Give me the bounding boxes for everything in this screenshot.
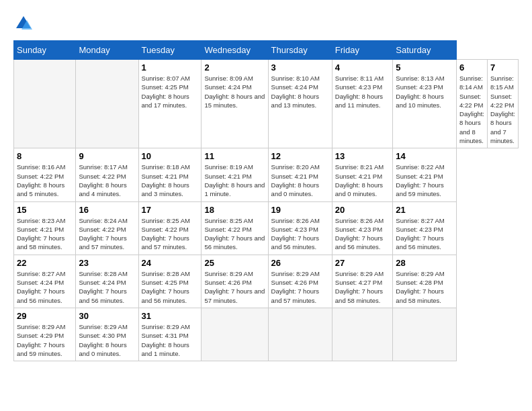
day-info: Sunrise: 8:29 AM Sunset: 4:29 PM Dayligh… [17,322,73,358]
empty-cell [76,60,138,148]
day-info: Sunrise: 8:27 AM Sunset: 4:24 PM Dayligh… [17,269,73,305]
calendar-week-row: 22Sunrise: 8:27 AM Sunset: 4:24 PM Dayli… [14,255,519,308]
weekday-header: Saturday [393,41,457,60]
calendar-day-cell: 8Sunrise: 8:16 AM Sunset: 4:22 PM Daylig… [14,148,76,201]
calendar-day-cell [393,308,457,361]
calendar-day-cell: 28Sunrise: 8:29 AM Sunset: 4:28 PM Dayli… [393,255,457,308]
day-number: 18 [204,205,265,215]
day-number: 1 [142,62,199,73]
day-number: 12 [271,151,329,161]
calendar-day-cell: 13Sunrise: 8:21 AM Sunset: 4:21 PM Dayli… [332,148,393,201]
day-info: Sunrise: 8:10 AM Sunset: 4:24 PM Dayligh… [271,74,329,109]
day-info: Sunrise: 8:16 AM Sunset: 4:22 PM Dayligh… [17,163,73,198]
day-number: 9 [79,151,135,161]
calendar-week-row: 29Sunrise: 8:29 AM Sunset: 4:29 PM Dayli… [14,308,519,361]
day-info: Sunrise: 8:22 AM Sunset: 4:21 PM Dayligh… [396,163,453,198]
day-number: 16 [79,205,135,215]
day-info: Sunrise: 8:26 AM Sunset: 4:23 PM Dayligh… [271,216,329,252]
calendar-body: 1Sunrise: 8:07 AM Sunset: 4:25 PM Daylig… [14,60,519,361]
day-info: Sunrise: 8:28 AM Sunset: 4:24 PM Dayligh… [79,269,135,305]
calendar-day-cell: 12Sunrise: 8:20 AM Sunset: 4:21 PM Dayli… [268,148,332,201]
calendar-day-cell [202,308,268,361]
calendar-day-cell: 17Sunrise: 8:25 AM Sunset: 4:22 PM Dayli… [138,201,202,255]
logo-icon [13,13,34,34]
empty-cell [14,60,76,148]
day-info: Sunrise: 8:23 AM Sunset: 4:21 PM Dayligh… [17,216,73,252]
day-info: Sunrise: 8:29 AM Sunset: 4:28 PM Dayligh… [396,269,453,305]
weekday-header: Tuesday [138,41,202,60]
day-info: Sunrise: 8:07 AM Sunset: 4:25 PM Dayligh… [142,74,199,109]
weekday-header: Sunday [14,41,76,60]
day-info: Sunrise: 8:29 AM Sunset: 4:31 PM Dayligh… [142,322,199,358]
calendar-day-cell: 1Sunrise: 8:07 AM Sunset: 4:25 PM Daylig… [138,60,202,148]
weekday-header: Friday [332,41,393,60]
calendar-day-cell [268,308,332,361]
calendar-day-cell: 2Sunrise: 8:09 AM Sunset: 4:24 PM Daylig… [202,60,268,148]
calendar-day-cell: 26Sunrise: 8:29 AM Sunset: 4:26 PM Dayli… [268,255,332,308]
day-number: 27 [335,258,390,268]
calendar-day-cell: 9Sunrise: 8:17 AM Sunset: 4:22 PM Daylig… [76,148,138,201]
day-number: 24 [142,258,199,268]
logo [13,13,36,34]
day-number: 23 [79,258,135,268]
calendar-table: SundayMondayTuesdayWednesdayThursdayFrid… [13,40,519,361]
day-number: 22 [17,258,73,268]
calendar-day-cell: 4Sunrise: 8:11 AM Sunset: 4:23 PM Daylig… [332,60,393,148]
day-info: Sunrise: 8:17 AM Sunset: 4:22 PM Dayligh… [79,163,135,198]
weekday-header: Monday [76,41,138,60]
day-number: 2 [204,62,265,73]
calendar-day-cell: 20Sunrise: 8:26 AM Sunset: 4:23 PM Dayli… [332,201,393,255]
day-info: Sunrise: 8:11 AM Sunset: 4:23 PM Dayligh… [335,74,390,109]
day-number: 8 [17,151,73,161]
page-header [13,13,519,34]
calendar-day-cell: 19Sunrise: 8:26 AM Sunset: 4:23 PM Dayli… [268,201,332,255]
day-number: 3 [271,62,329,73]
day-info: Sunrise: 8:13 AM Sunset: 4:23 PM Dayligh… [396,74,453,109]
day-info: Sunrise: 8:26 AM Sunset: 4:23 PM Dayligh… [335,216,390,252]
day-info: Sunrise: 8:18 AM Sunset: 4:21 PM Dayligh… [142,163,199,198]
day-number: 31 [142,311,199,321]
calendar-week-row: 15Sunrise: 8:23 AM Sunset: 4:21 PM Dayli… [14,201,519,255]
calendar-header-row: SundayMondayTuesdayWednesdayThursdayFrid… [14,41,519,60]
day-number: 11 [204,151,265,161]
calendar-day-cell: 18Sunrise: 8:25 AM Sunset: 4:22 PM Dayli… [202,201,268,255]
day-info: Sunrise: 8:25 AM Sunset: 4:22 PM Dayligh… [204,216,265,252]
day-number: 5 [396,62,453,73]
day-info: Sunrise: 8:25 AM Sunset: 4:22 PM Dayligh… [142,216,199,252]
calendar-week-row: 8Sunrise: 8:16 AM Sunset: 4:22 PM Daylig… [14,148,519,201]
day-info: Sunrise: 8:14 AM Sunset: 4:22 PM Dayligh… [459,74,484,145]
day-info: Sunrise: 8:29 AM Sunset: 4:26 PM Dayligh… [271,269,329,305]
day-number: 17 [142,205,199,215]
day-number: 28 [396,258,453,268]
calendar-day-cell: 14Sunrise: 8:22 AM Sunset: 4:21 PM Dayli… [393,148,457,201]
calendar-day-cell: 7Sunrise: 8:15 AM Sunset: 4:22 PM Daylig… [487,60,518,148]
calendar-day-cell: 15Sunrise: 8:23 AM Sunset: 4:21 PM Dayli… [14,201,76,255]
calendar-day-cell: 27Sunrise: 8:29 AM Sunset: 4:27 PM Dayli… [332,255,393,308]
calendar-day-cell: 31Sunrise: 8:29 AM Sunset: 4:31 PM Dayli… [138,308,202,361]
day-info: Sunrise: 8:27 AM Sunset: 4:23 PM Dayligh… [396,216,453,252]
weekday-header: Thursday [268,41,332,60]
calendar-day-cell: 29Sunrise: 8:29 AM Sunset: 4:29 PM Dayli… [14,308,76,361]
weekday-header: Wednesday [202,41,268,60]
day-number: 20 [335,205,390,215]
day-info: Sunrise: 8:20 AM Sunset: 4:21 PM Dayligh… [271,163,329,198]
day-info: Sunrise: 8:29 AM Sunset: 4:26 PM Dayligh… [204,269,265,305]
day-number: 25 [204,258,265,268]
day-number: 6 [459,62,484,73]
day-info: Sunrise: 8:24 AM Sunset: 4:22 PM Dayligh… [79,216,135,252]
calendar-day-cell: 11Sunrise: 8:19 AM Sunset: 4:21 PM Dayli… [202,148,268,201]
day-info: Sunrise: 8:29 AM Sunset: 4:27 PM Dayligh… [335,269,390,305]
day-info: Sunrise: 8:19 AM Sunset: 4:21 PM Dayligh… [204,163,265,198]
day-number: 14 [396,151,453,161]
day-info: Sunrise: 8:09 AM Sunset: 4:24 PM Dayligh… [204,74,265,109]
calendar-week-row: 1Sunrise: 8:07 AM Sunset: 4:25 PM Daylig… [14,60,519,148]
day-number: 29 [17,311,73,321]
day-number: 7 [490,62,515,73]
calendar-day-cell: 22Sunrise: 8:27 AM Sunset: 4:24 PM Dayli… [14,255,76,308]
calendar-day-cell: 6Sunrise: 8:14 AM Sunset: 4:22 PM Daylig… [457,60,488,148]
day-number: 30 [79,311,135,321]
day-number: 21 [396,205,453,215]
calendar-day-cell: 21Sunrise: 8:27 AM Sunset: 4:23 PM Dayli… [393,201,457,255]
day-info: Sunrise: 8:28 AM Sunset: 4:25 PM Dayligh… [142,269,199,305]
day-number: 4 [335,62,390,73]
